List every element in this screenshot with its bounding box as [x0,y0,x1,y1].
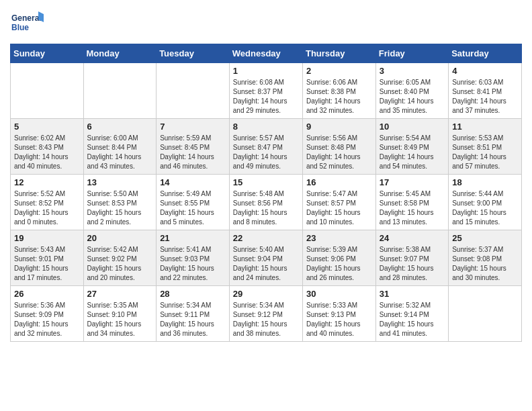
day-info: Sunrise: 5:34 AM Sunset: 9:11 PM Dayligh… [160,301,226,338]
day-number: 2 [306,66,372,76]
day-info: Sunrise: 5:39 AM Sunset: 9:06 PM Dayligh… [306,245,372,283]
calendar-cell: 26Sunrise: 5:36 AM Sunset: 9:09 PM Dayli… [11,286,84,342]
day-number: 10 [380,122,445,132]
calendar-cell: 30Sunrise: 5:33 AM Sunset: 9:13 PM Dayli… [302,286,375,342]
day-number: 30 [306,289,372,299]
calendar-cell: 28Sunrise: 5:34 AM Sunset: 9:11 PM Dayli… [157,286,230,342]
day-info: Sunrise: 5:40 AM Sunset: 9:04 PM Dayligh… [233,245,299,283]
day-number: 16 [306,177,372,187]
day-info: Sunrise: 6:08 AM Sunset: 8:37 PM Dayligh… [233,78,299,116]
svg-text:General: General [11,13,42,23]
calendar-cell [449,286,522,342]
day-info: Sunrise: 5:54 AM Sunset: 8:49 PM Dayligh… [380,134,445,171]
logo: General Blue [10,10,44,37]
calendar-cell: 15Sunrise: 5:48 AM Sunset: 8:56 PM Dayli… [229,175,302,230]
day-header-friday: Friday [375,44,448,63]
day-info: Sunrise: 5:38 AM Sunset: 9:07 PM Dayligh… [380,245,445,283]
day-info: Sunrise: 5:59 AM Sunset: 8:45 PM Dayligh… [160,134,226,171]
day-number: 23 [306,233,372,243]
day-info: Sunrise: 5:57 AM Sunset: 8:47 PM Dayligh… [233,134,299,171]
calendar-cell: 10Sunrise: 5:54 AM Sunset: 8:49 PM Dayli… [375,119,448,175]
day-info: Sunrise: 5:35 AM Sunset: 9:10 PM Dayligh… [87,301,153,338]
day-info: Sunrise: 6:00 AM Sunset: 8:44 PM Dayligh… [87,134,153,171]
calendar-cell: 11Sunrise: 5:53 AM Sunset: 8:51 PM Dayli… [449,119,522,175]
day-header-monday: Monday [83,44,157,63]
day-info: Sunrise: 5:48 AM Sunset: 8:56 PM Dayligh… [233,189,299,227]
day-number: 5 [14,122,80,132]
calendar-cell: 5Sunrise: 6:02 AM Sunset: 8:43 PM Daylig… [11,119,84,175]
day-info: Sunrise: 5:50 AM Sunset: 8:53 PM Dayligh… [87,189,153,227]
day-info: Sunrise: 5:41 AM Sunset: 9:03 PM Dayligh… [160,245,226,283]
calendar-cell: 16Sunrise: 5:47 AM Sunset: 8:57 PM Dayli… [302,175,375,230]
day-number: 14 [160,177,226,187]
day-header-wednesday: Wednesday [229,44,302,63]
day-info: Sunrise: 5:47 AM Sunset: 8:57 PM Dayligh… [306,189,372,227]
day-header-thursday: Thursday [302,44,375,63]
day-number: 12 [14,177,80,187]
day-header-saturday: Saturday [449,44,522,63]
calendar-cell: 19Sunrise: 5:43 AM Sunset: 9:01 PM Dayli… [11,230,84,286]
calendar-cell: 17Sunrise: 5:45 AM Sunset: 8:58 PM Dayli… [375,175,448,230]
calendar-cell: 20Sunrise: 5:42 AM Sunset: 9:02 PM Dayli… [83,230,157,286]
day-number: 4 [452,66,518,76]
day-number: 19 [14,233,80,243]
day-info: Sunrise: 6:05 AM Sunset: 8:40 PM Dayligh… [380,78,445,116]
day-info: Sunrise: 6:02 AM Sunset: 8:43 PM Dayligh… [14,134,80,171]
calendar-cell [83,63,157,119]
day-info: Sunrise: 5:56 AM Sunset: 8:48 PM Dayligh… [306,134,372,171]
calendar-week-1: 1Sunrise: 6:08 AM Sunset: 8:37 PM Daylig… [11,63,522,119]
day-info: Sunrise: 5:45 AM Sunset: 8:58 PM Dayligh… [380,189,445,227]
calendar-cell: 22Sunrise: 5:40 AM Sunset: 9:04 PM Dayli… [229,230,302,286]
day-header-sunday: Sunday [11,44,84,63]
calendar: SundayMondayTuesdayWednesdayThursdayFrid… [10,44,522,342]
day-number: 25 [452,233,518,243]
calendar-cell: 7Sunrise: 5:59 AM Sunset: 8:45 PM Daylig… [157,119,230,175]
calendar-cell: 13Sunrise: 5:50 AM Sunset: 8:53 PM Dayli… [83,175,157,230]
calendar-cell [157,63,230,119]
day-info: Sunrise: 5:34 AM Sunset: 9:12 PM Dayligh… [233,301,299,338]
day-number: 11 [452,122,518,132]
calendar-cell: 27Sunrise: 5:35 AM Sunset: 9:10 PM Dayli… [83,286,157,342]
day-number: 31 [380,289,445,299]
day-number: 1 [233,66,299,76]
calendar-cell: 29Sunrise: 5:34 AM Sunset: 9:12 PM Dayli… [229,286,302,342]
calendar-cell: 12Sunrise: 5:52 AM Sunset: 8:52 PM Dayli… [11,175,84,230]
day-info: Sunrise: 5:52 AM Sunset: 8:52 PM Dayligh… [14,189,80,227]
calendar-cell: 6Sunrise: 6:00 AM Sunset: 8:44 PM Daylig… [83,119,157,175]
day-number: 29 [233,289,299,299]
day-info: Sunrise: 5:36 AM Sunset: 9:09 PM Dayligh… [14,301,80,338]
day-number: 9 [306,122,372,132]
day-number: 15 [233,177,299,187]
calendar-cell: 18Sunrise: 5:44 AM Sunset: 9:00 PM Dayli… [449,175,522,230]
day-number: 28 [160,289,226,299]
calendar-cell: 24Sunrise: 5:38 AM Sunset: 9:07 PM Dayli… [375,230,448,286]
day-number: 17 [380,177,445,187]
day-info: Sunrise: 5:42 AM Sunset: 9:02 PM Dayligh… [87,245,153,283]
calendar-week-2: 5Sunrise: 6:02 AM Sunset: 8:43 PM Daylig… [11,119,522,175]
day-info: Sunrise: 5:37 AM Sunset: 9:08 PM Dayligh… [452,245,518,283]
calendar-cell: 3Sunrise: 6:05 AM Sunset: 8:40 PM Daylig… [375,63,448,119]
calendar-cell [11,63,84,119]
calendar-cell: 1Sunrise: 6:08 AM Sunset: 8:37 PM Daylig… [229,63,302,119]
day-header-tuesday: Tuesday [157,44,230,63]
day-number: 24 [380,233,445,243]
day-number: 21 [160,233,226,243]
day-number: 18 [452,177,518,187]
calendar-week-5: 26Sunrise: 5:36 AM Sunset: 9:09 PM Dayli… [11,286,522,342]
calendar-cell: 8Sunrise: 5:57 AM Sunset: 8:47 PM Daylig… [229,119,302,175]
calendar-cell: 9Sunrise: 5:56 AM Sunset: 8:48 PM Daylig… [302,119,375,175]
day-number: 13 [87,177,153,187]
day-info: Sunrise: 5:49 AM Sunset: 8:55 PM Dayligh… [160,189,226,227]
day-number: 27 [87,289,153,299]
calendar-cell: 25Sunrise: 5:37 AM Sunset: 9:08 PM Dayli… [449,230,522,286]
day-info: Sunrise: 6:03 AM Sunset: 8:41 PM Dayligh… [452,78,518,116]
calendar-cell: 21Sunrise: 5:41 AM Sunset: 9:03 PM Dayli… [157,230,230,286]
svg-text:Blue: Blue [11,23,29,32]
calendar-cell: 31Sunrise: 5:32 AM Sunset: 9:14 PM Dayli… [375,286,448,342]
day-info: Sunrise: 6:06 AM Sunset: 8:38 PM Dayligh… [306,78,372,116]
day-number: 22 [233,233,299,243]
day-info: Sunrise: 5:53 AM Sunset: 8:51 PM Dayligh… [452,134,518,171]
day-number: 20 [87,233,153,243]
calendar-cell: 23Sunrise: 5:39 AM Sunset: 9:06 PM Dayli… [302,230,375,286]
day-info: Sunrise: 5:44 AM Sunset: 9:00 PM Dayligh… [452,189,518,227]
